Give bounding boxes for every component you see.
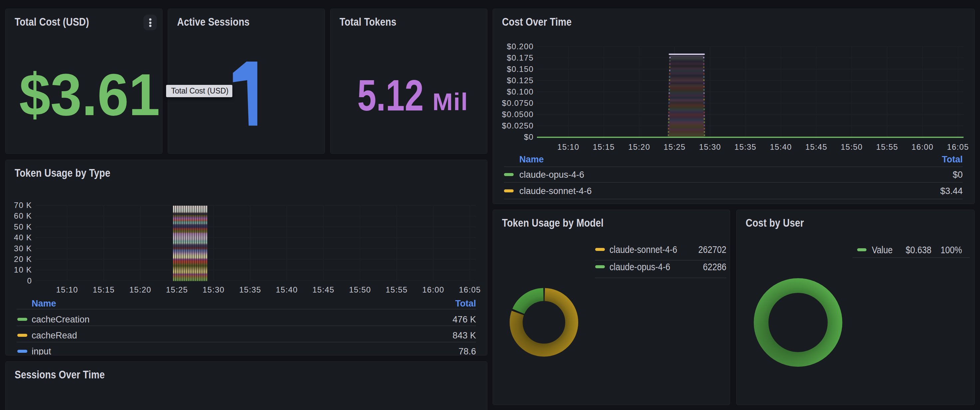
- svg-text:15:55: 15:55: [876, 142, 898, 151]
- svg-text:15:10: 15:10: [557, 142, 579, 151]
- svg-text:15:30: 15:30: [203, 285, 225, 294]
- svg-text:15:55: 15:55: [386, 285, 408, 294]
- svg-text:$0.0250: $0.0250: [502, 121, 534, 130]
- svg-text:15:25: 15:25: [166, 285, 188, 294]
- svg-text:20 K: 20 K: [14, 254, 32, 264]
- svg-text:15:15: 15:15: [93, 285, 115, 294]
- svg-text:$0: $0: [524, 132, 534, 141]
- svg-text:30 K: 30 K: [14, 244, 32, 253]
- svg-text:15:45: 15:45: [805, 142, 827, 151]
- svg-text:$0.150: $0.150: [507, 65, 534, 73]
- svg-text:16:05: 16:05: [947, 142, 969, 151]
- svg-text:$0.175: $0.175: [507, 53, 534, 62]
- svg-text:$0.100: $0.100: [507, 87, 534, 96]
- svg-text:15:10: 15:10: [56, 285, 78, 294]
- svg-text:15:50: 15:50: [841, 142, 863, 151]
- svg-text:16:05: 16:05: [459, 285, 481, 294]
- svg-text:15:15: 15:15: [593, 142, 615, 151]
- svg-text:16:00: 16:00: [912, 142, 934, 151]
- svg-text:40 K: 40 K: [14, 233, 32, 242]
- svg-text:15:20: 15:20: [628, 142, 650, 151]
- svg-text:$0.0500: $0.0500: [502, 110, 534, 119]
- svg-text:15:35: 15:35: [239, 285, 261, 294]
- svg-text:$0.0750: $0.0750: [502, 99, 534, 108]
- svg-text:15:45: 15:45: [313, 285, 334, 294]
- svg-text:60 K: 60 K: [14, 211, 32, 220]
- svg-text:10 K: 10 K: [14, 265, 32, 274]
- svg-text:15:20: 15:20: [129, 285, 151, 294]
- svg-text:$0.125: $0.125: [507, 76, 534, 85]
- svg-text:0: 0: [27, 276, 32, 285]
- svg-text:15:40: 15:40: [276, 285, 298, 294]
- svg-text:15:30: 15:30: [699, 142, 721, 151]
- svg-text:15:40: 15:40: [770, 142, 792, 151]
- svg-text:70 K: 70 K: [14, 201, 32, 210]
- svg-text:15:25: 15:25: [664, 142, 686, 151]
- svg-text:50 K: 50 K: [14, 222, 32, 231]
- svg-text:$0.200: $0.200: [507, 42, 534, 51]
- svg-text:15:35: 15:35: [734, 142, 756, 151]
- svg-text:15:50: 15:50: [349, 285, 371, 294]
- svg-text:16:00: 16:00: [422, 285, 444, 294]
